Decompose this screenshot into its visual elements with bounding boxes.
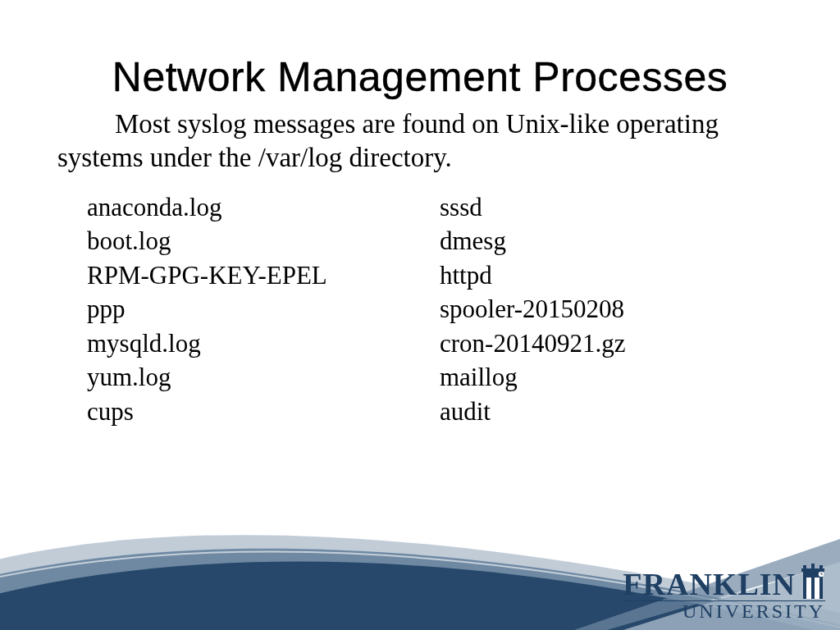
- log-list-left: anaconda.log boot.log RPM-GPG-KEY-EPEL p…: [87, 190, 440, 429]
- list-item: audit: [440, 395, 625, 429]
- log-list: anaconda.log boot.log RPM-GPG-KEY-EPEL p…: [57, 190, 783, 429]
- slide-body: Most syslog messages are found on Unix-l…: [57, 107, 783, 176]
- franklin-logo: FRANKLIN UNIVERSITY: [623, 563, 825, 620]
- svg-rect-1: [806, 578, 811, 599]
- list-item: sssd: [440, 190, 625, 225]
- list-item: dmesg: [440, 224, 625, 258]
- list-item: cups: [87, 395, 440, 429]
- logo-line2: UNIVERSITY: [623, 600, 825, 620]
- svg-rect-4: [803, 565, 806, 569]
- list-item: ppp: [87, 292, 440, 326]
- svg-rect-2: [815, 578, 819, 599]
- list-item: RPM-GPG-KEY-EPEL: [87, 258, 440, 293]
- svg-rect-5: [811, 564, 815, 569]
- slide: Network Management Processes Most syslog…: [0, 0, 840, 630]
- tower-icon: [801, 563, 825, 599]
- svg-rect-6: [819, 565, 823, 569]
- list-item: mysqld.log: [87, 326, 440, 361]
- list-item: httpd: [440, 258, 625, 293]
- log-list-right: sssd dmesg httpd spooler-20150208 cron-2…: [440, 190, 625, 429]
- list-item: cron-20140921.gz: [440, 326, 625, 361]
- list-item: boot.log: [87, 224, 440, 258]
- list-item: spooler-20150208: [440, 292, 625, 326]
- logo-line1: FRANKLIN: [623, 570, 796, 599]
- slide-title: Network Management Processes: [57, 53, 783, 101]
- list-item: yum.log: [87, 360, 440, 395]
- list-item: anaconda.log: [87, 190, 440, 225]
- list-item: maillog: [440, 360, 625, 395]
